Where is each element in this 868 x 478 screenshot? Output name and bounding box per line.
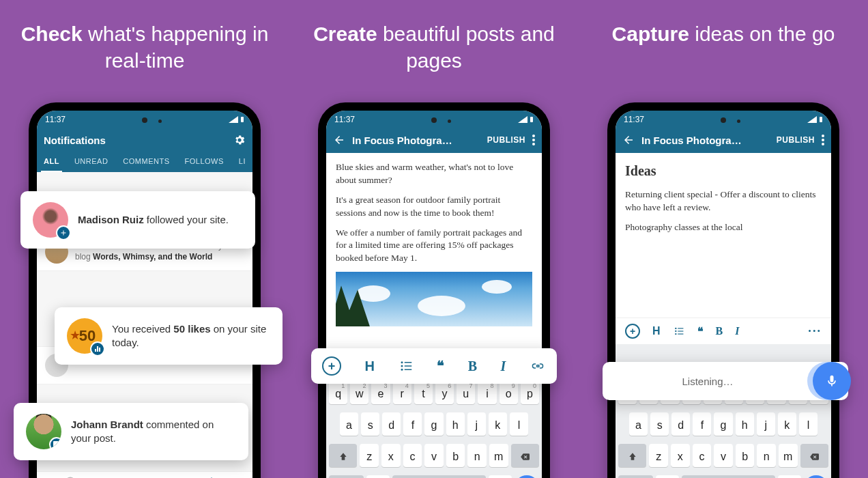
tab-likes[interactable]: LI	[236, 153, 248, 172]
key-x[interactable]: x	[381, 444, 401, 467]
editor-content[interactable]: Ideas Returning client special - Offer a…	[616, 153, 831, 318]
key-d[interactable]: d	[382, 412, 401, 436]
listening-label: Listening…	[603, 376, 813, 387]
key-l[interactable]: l	[799, 412, 818, 436]
bold-button[interactable]: B	[716, 325, 723, 337]
list-icon[interactable]	[399, 360, 414, 372]
key-p[interactable]: 0p	[521, 381, 539, 404]
status-bar: 11:37	[326, 111, 542, 127]
key-shift[interactable]	[618, 444, 646, 467]
key-symbols[interactable]: ?123	[618, 475, 653, 478]
publish-button[interactable]: PUBLISH	[777, 135, 815, 145]
svg-point-11	[401, 369, 403, 371]
key-k[interactable]: k	[778, 412, 796, 436]
back-icon[interactable]	[622, 134, 635, 146]
microphone-button[interactable]	[813, 362, 851, 400]
key-m[interactable]: m	[489, 444, 508, 467]
key-z[interactable]: z	[360, 444, 379, 467]
headline-1: Check what's happening in real-time	[0, 20, 289, 74]
key-backspace[interactable]	[800, 444, 828, 467]
key-n[interactable]: n	[757, 444, 776, 467]
italic-button[interactable]: I	[735, 325, 739, 337]
quote-button[interactable]: ❝	[697, 325, 704, 338]
key-a[interactable]: a	[340, 412, 358, 436]
key-space[interactable]	[682, 475, 775, 478]
key-enter[interactable]	[804, 475, 828, 478]
quote-button[interactable]: ❝	[437, 358, 444, 374]
key-b[interactable]: b	[446, 444, 465, 467]
svg-rect-12	[404, 369, 411, 371]
phone-mockup-2: 11:37 In Focus Photogra… PUBLISH Blue sk…	[318, 102, 550, 478]
key-k[interactable]: k	[489, 412, 507, 436]
key-v[interactable]: v	[424, 444, 444, 467]
list-icon[interactable]	[673, 326, 685, 336]
key-r[interactable]: 4r	[393, 381, 411, 404]
add-block-button[interactable]: +	[322, 356, 341, 376]
notification-card-comment[interactable]: Johann Brandt commented on your post.	[14, 403, 248, 460]
key-d[interactable]: d	[671, 412, 690, 436]
editor-content[interactable]: Blue skies and warm weather, what's not …	[326, 153, 542, 377]
svg-point-5	[532, 139, 535, 141]
key-period[interactable]: .	[778, 475, 801, 478]
key-f[interactable]: f	[403, 412, 422, 436]
heading-button[interactable]: H	[365, 358, 375, 374]
key-g[interactable]: g	[424, 412, 443, 436]
key-c[interactable]: c	[403, 444, 422, 467]
key-w[interactable]: 2w	[350, 381, 368, 404]
key-e[interactable]: 3e	[371, 381, 390, 404]
status-time: 11:37	[334, 115, 355, 124]
key-enter[interactable]	[515, 475, 539, 478]
tab-comments[interactable]: COMMENTS	[120, 153, 172, 172]
key-o[interactable]: 9o	[500, 381, 518, 404]
key-h[interactable]: h	[446, 412, 465, 436]
key-f[interactable]: f	[693, 412, 711, 436]
key-n[interactable]: n	[467, 444, 487, 467]
key-g[interactable]: g	[714, 412, 732, 436]
key-symbols[interactable]: ?123	[329, 475, 364, 478]
key-y[interactable]: 6y	[435, 381, 454, 404]
key-t[interactable]: 5t	[414, 381, 433, 404]
key-m[interactable]: m	[779, 444, 798, 467]
key-period[interactable]: .	[489, 475, 512, 478]
more-dots[interactable]: •••	[808, 326, 822, 337]
key-shift[interactable]	[329, 444, 357, 467]
svg-point-6	[532, 143, 535, 145]
key-s[interactable]: s	[650, 412, 669, 436]
notification-card-follow[interactable]: Madison Ruiz followed your site.	[20, 191, 255, 249]
key-h[interactable]: h	[736, 412, 754, 436]
add-block-button[interactable]: +	[625, 324, 640, 339]
more-icon[interactable]	[532, 135, 535, 145]
gear-icon[interactable]	[233, 134, 246, 146]
tab-unread[interactable]: UNREAD	[72, 153, 111, 172]
status-time: 11:37	[45, 115, 66, 124]
key-q[interactable]: 1q	[329, 381, 347, 404]
italic-button[interactable]: I	[501, 358, 506, 374]
key-l[interactable]: l	[510, 412, 528, 436]
heading-button[interactable]: H	[652, 325, 661, 337]
key-b[interactable]: b	[736, 444, 755, 467]
key-backspace[interactable]	[511, 444, 539, 467]
key-j[interactable]: j	[757, 412, 775, 436]
svg-rect-10	[404, 365, 411, 367]
key-z[interactable]: z	[649, 444, 668, 467]
key-space[interactable]	[392, 475, 486, 478]
key-v[interactable]: v	[714, 444, 733, 467]
back-icon[interactable]	[333, 134, 345, 146]
tab-follows[interactable]: FOLLOWS	[182, 153, 227, 172]
more-icon[interactable]	[822, 135, 824, 145]
key-c[interactable]: c	[693, 444, 712, 467]
key-i[interactable]: 8i	[478, 381, 496, 404]
tab-all[interactable]: ALL	[41, 153, 62, 172]
key-s[interactable]: s	[361, 412, 379, 436]
key-a[interactable]: a	[629, 412, 648, 436]
key-j[interactable]: j	[467, 412, 486, 436]
link-icon[interactable]	[530, 361, 546, 371]
key-comma[interactable]: ,	[366, 475, 390, 478]
key-u[interactable]: 7u	[457, 381, 475, 404]
key-comma[interactable]: ,	[656, 475, 679, 478]
key-x[interactable]: x	[671, 444, 690, 467]
keyboard[interactable]: 1q 2w 3e 4r 5t 6y 7u 8i 9o 0p a s d f g	[326, 377, 542, 478]
notification-card-likes[interactable]: ★ 50 You received 50 likes on your site …	[55, 307, 283, 365]
publish-button[interactable]: PUBLISH	[487, 135, 525, 145]
bold-button[interactable]: B	[468, 358, 477, 374]
